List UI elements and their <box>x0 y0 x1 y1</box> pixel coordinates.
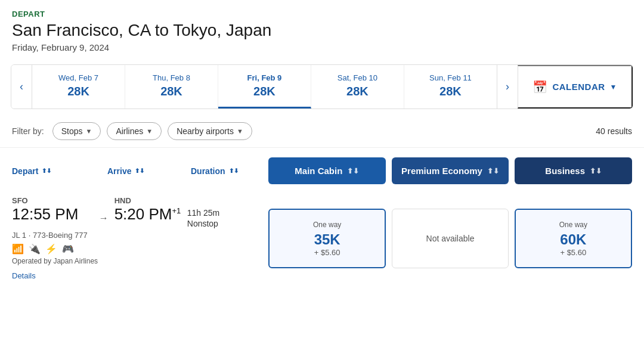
date-tab-miles-0: 28K <box>38 85 119 98</box>
date-tab-miles-2: 28K <box>224 85 305 98</box>
next-date-button[interactable]: › <box>497 65 518 108</box>
sort-duration-label: Duration <box>191 166 225 176</box>
nonstop-text: Nonstop <box>187 219 268 228</box>
main-cabin-miles: 35K <box>314 231 340 248</box>
amenities-row: 📶 🔌 ⚡ 🎮 <box>12 243 268 255</box>
business-sort-icon: ⬆⬇ <box>590 167 602 175</box>
date-tab-miles-3: 28K <box>317 85 398 98</box>
business-fee: + $5.60 <box>560 248 586 257</box>
nearby-airports-filter-label: Nearby airports <box>177 126 234 136</box>
sort-depart[interactable]: Depart ⬆⬇ <box>12 159 107 183</box>
entertainment-icon: 🎮 <box>62 243 74 255</box>
business-label: Business <box>545 166 585 176</box>
prev-date-button[interactable]: ‹ <box>11 65 32 108</box>
date-tab-1[interactable]: Thu, Feb 8 28K <box>125 65 218 108</box>
calendar-chevron-icon: ▼ <box>610 83 617 91</box>
main-cabin-cell[interactable]: One way 35K + $5.60 <box>268 209 386 268</box>
business-one-way: One way <box>559 221 587 229</box>
date-navigation: ‹ Wed, Feb 7 28K Thu, Feb 8 28K Fri, Feb… <box>11 64 633 109</box>
duration-section: 11h 25m Nonstop <box>187 196 268 228</box>
premium-economy-label: Premium Economy <box>401 166 482 176</box>
cabin-headers: Main Cabin ⬆⬇ Premium Economy ⬆⬇ Busines… <box>268 157 632 184</box>
flight-arrow-icon: → <box>99 196 114 224</box>
calendar-icon: 📅 <box>532 80 548 94</box>
date-subtitle: Friday, February 9, 2024 <box>12 42 632 52</box>
sort-row: Depart ⬆⬇ Arrive ⬆⬇ Duration ⬆⬇ Main Cab… <box>0 157 644 184</box>
sort-depart-label: Depart <box>12 166 38 176</box>
main-cabin-one-way: One way <box>313 221 341 229</box>
date-tabs: Wed, Feb 7 28K Thu, Feb 8 28K Fri, Feb 9… <box>32 65 497 108</box>
date-tab-label-2: Fri, Feb 9 <box>224 73 305 82</box>
date-tab-label-0: Wed, Feb 7 <box>38 73 119 82</box>
wifi-icon: 📶 <box>12 243 24 255</box>
page-header: DEPART San Francisco, CA to Tokyo, Japan… <box>0 0 644 58</box>
premium-economy-cell: Not available <box>392 209 508 268</box>
date-tab-0[interactable]: Wed, Feb 7 28K <box>32 65 125 108</box>
depart-time: 12:55 PM <box>12 205 99 224</box>
main-cabin-label: Main Cabin <box>295 166 342 176</box>
flight-number: JL 1 · 773-Boeing 777 <box>12 231 268 240</box>
date-tab-label-4: Sun, Feb 11 <box>410 73 491 82</box>
main-cabin-header[interactable]: Main Cabin ⬆⬇ <box>268 157 386 184</box>
date-tab-miles-1: 28K <box>131 85 212 98</box>
airlines-filter-button[interactable]: Airlines ▼ <box>107 122 162 140</box>
arrive-time: 5:20 PM+1 <box>114 205 187 224</box>
stops-chevron-icon: ▼ <box>86 128 92 135</box>
depart-label: DEPART <box>12 10 632 18</box>
sort-arrive[interactable]: Arrive ⬆⬇ <box>107 159 191 183</box>
business-header[interactable]: Business ⬆⬇ <box>515 157 632 184</box>
premium-economy-not-available: Not available <box>426 234 475 243</box>
operated-by: Operated by Japan Airlines <box>12 257 268 265</box>
main-cabin-fee: + $5.60 <box>314 248 340 257</box>
date-tab-4[interactable]: Sun, Feb 11 28K <box>404 65 497 108</box>
sort-arrive-label: Arrive <box>107 166 131 176</box>
date-tab-2[interactable]: Fri, Feb 9 28K <box>218 65 311 108</box>
duration-text: 11h 25m <box>187 208 268 218</box>
depart-section: SFO 12:55 PM <box>12 196 99 224</box>
business-miles: 60K <box>560 231 586 248</box>
premium-economy-sort-icon: ⬆⬇ <box>487 167 499 175</box>
details-link[interactable]: Details <box>12 271 36 280</box>
airlines-filter-label: Airlines <box>116 126 143 136</box>
route-title: San Francisco, CA to Tokyo, Japan <box>12 21 632 40</box>
airlines-chevron-icon: ▼ <box>146 128 153 135</box>
nearby-airports-filter-button[interactable]: Nearby airports ▼ <box>168 122 252 140</box>
stops-filter-button[interactable]: Stops ▼ <box>52 122 101 140</box>
flight-info: SFO 12:55 PM → HND 5:20 PM+1 11h 25m Non… <box>12 190 268 287</box>
date-tab-3[interactable]: Sat, Feb 10 28K <box>311 65 404 108</box>
flight-row: SFO 12:55 PM → HND 5:20 PM+1 11h 25m Non… <box>0 190 644 287</box>
date-tab-label-3: Sat, Feb 10 <box>317 73 398 82</box>
date-tab-miles-4: 28K <box>410 85 491 98</box>
premium-economy-header[interactable]: Premium Economy ⬆⬇ <box>392 157 509 184</box>
calendar-button[interactable]: 📅 CALENDAR ▼ <box>518 65 633 108</box>
sort-duration[interactable]: Duration ⬆⬇ <box>191 159 268 183</box>
filter-by-label: Filter by: <box>12 126 44 136</box>
depart-airport-code: SFO <box>12 196 99 205</box>
business-cell[interactable]: One way 60K + $5.60 <box>515 209 632 268</box>
nearby-airports-chevron-icon: ▼ <box>237 128 243 135</box>
cabin-cells: One way 35K + $5.60 Not available One wa… <box>268 190 632 287</box>
usb-icon: ⚡ <box>45 243 57 255</box>
results-count: 40 results <box>596 126 632 136</box>
filter-bar: Filter by: Stops ▼ Airlines ▼ Nearby air… <box>0 115 644 148</box>
main-cabin-sort-icon: ⬆⬇ <box>347 167 359 175</box>
sort-duration-icon: ⬆⬇ <box>229 168 239 174</box>
calendar-label: CALENDAR <box>552 82 605 92</box>
date-tab-label-1: Thu, Feb 8 <box>131 73 212 82</box>
arrive-section: HND 5:20 PM+1 <box>114 196 187 224</box>
arrive-airport-code: HND <box>114 196 187 205</box>
sort-depart-icon: ⬆⬇ <box>42 168 51 174</box>
stops-filter-label: Stops <box>61 126 83 136</box>
power-icon: 🔌 <box>29 243 41 255</box>
sort-arrive-icon: ⬆⬇ <box>135 168 144 174</box>
